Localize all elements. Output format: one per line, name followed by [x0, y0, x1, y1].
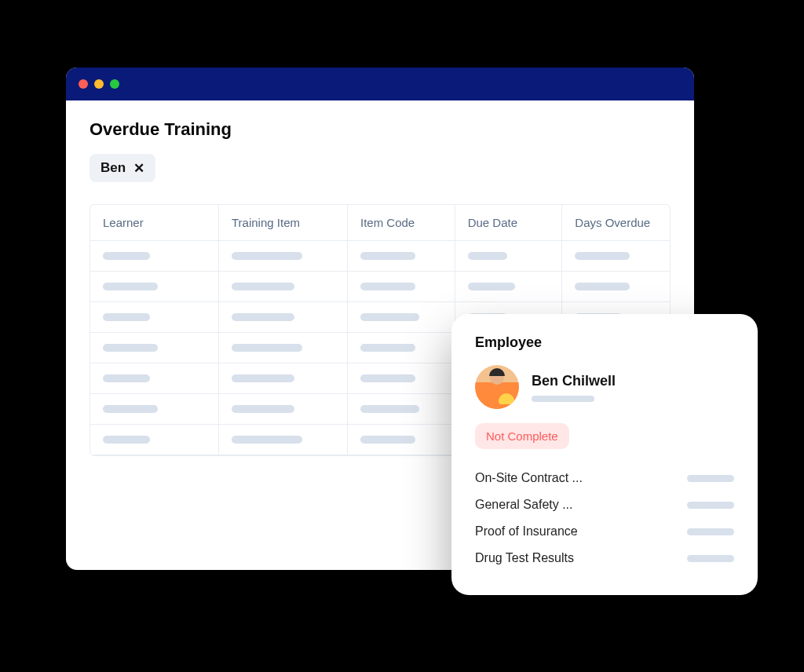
- table-row[interactable]: [90, 272, 670, 302]
- placeholder: [103, 313, 150, 321]
- maximize-window-button[interactable]: [110, 79, 119, 89]
- requirement-label: Drug Test Results: [475, 551, 574, 565]
- requirement-item[interactable]: On-Site Contract ...: [475, 465, 734, 491]
- column-header-due-date[interactable]: Due Date: [455, 205, 563, 241]
- table-cell: [90, 241, 219, 272]
- table-cell: [219, 363, 348, 394]
- minimize-window-button[interactable]: [94, 79, 104, 89]
- placeholder: [575, 283, 630, 290]
- table-cell: [219, 272, 348, 302]
- placeholder: [232, 344, 302, 352]
- placeholder: [360, 283, 415, 290]
- table-cell: [219, 394, 348, 425]
- placeholder: [232, 374, 294, 382]
- placeholder: [103, 405, 158, 413]
- placeholder: [468, 283, 515, 290]
- placeholder: [360, 252, 415, 260]
- table-cell: [348, 333, 455, 363]
- employee-summary: Ben Chilwell: [475, 365, 734, 409]
- table-cell: [90, 272, 219, 302]
- placeholder: [360, 374, 415, 382]
- table-row[interactable]: [90, 241, 670, 272]
- placeholder: [232, 436, 302, 444]
- window-titlebar: [66, 68, 694, 100]
- table-cell: [562, 272, 670, 302]
- placeholder: [360, 405, 419, 413]
- placeholder: [103, 374, 150, 382]
- table-cell: [90, 425, 219, 455]
- requirement-label: On-Site Contract ...: [475, 471, 583, 485]
- placeholder: [575, 252, 630, 260]
- status-badge: Not Complete: [475, 423, 569, 449]
- requirement-item[interactable]: Drug Test Results: [475, 545, 734, 572]
- placeholder: [232, 283, 294, 290]
- employee-subtitle-placeholder: [532, 396, 594, 402]
- placeholder: [687, 502, 734, 509]
- table-cell: [348, 272, 455, 302]
- placeholder: [103, 344, 158, 352]
- page-title: Overdue Training: [90, 119, 671, 140]
- close-icon[interactable]: ✕: [133, 162, 144, 175]
- placeholder: [232, 405, 294, 413]
- table-cell: [90, 302, 219, 333]
- placeholder: [687, 555, 734, 562]
- requirement-item[interactable]: General Safety ...: [475, 491, 734, 518]
- table-cell: [348, 425, 455, 455]
- placeholder: [468, 252, 507, 260]
- table-cell: [348, 302, 455, 333]
- table-cell: [562, 241, 670, 272]
- placeholder: [103, 283, 158, 290]
- table-cell: [219, 425, 348, 455]
- employee-popover: Employee Ben Chilwell Not Complete On-Si…: [451, 314, 758, 595]
- filter-chip-label: Ben: [100, 160, 126, 176]
- table-cell: [219, 333, 348, 363]
- table-cell: [219, 302, 348, 333]
- placeholder: [687, 528, 734, 535]
- placeholder: [687, 475, 734, 482]
- table-cell: [90, 333, 219, 363]
- column-header-days-overdue[interactable]: Days Overdue: [562, 205, 670, 241]
- table-cell: [348, 241, 455, 272]
- requirement-label: General Safety ...: [475, 498, 573, 512]
- requirement-label: Proof of Insurance: [475, 524, 578, 539]
- column-header-item-code[interactable]: Item Code: [348, 205, 455, 241]
- table-cell: [90, 394, 219, 425]
- column-header-training-item[interactable]: Training Item: [219, 205, 348, 241]
- table-cell: [455, 272, 563, 302]
- placeholder: [360, 436, 415, 444]
- popover-heading: Employee: [475, 334, 734, 351]
- avatar: [475, 365, 519, 409]
- table-cell: [219, 241, 348, 272]
- placeholder: [360, 344, 415, 352]
- requirement-item[interactable]: Proof of Insurance: [475, 518, 734, 545]
- employee-name: Ben Chilwell: [532, 373, 616, 389]
- table-cell: [90, 363, 219, 394]
- placeholder: [232, 252, 302, 260]
- close-window-button[interactable]: [79, 79, 88, 89]
- table-header-row: Learner Training Item Item Code Due Date…: [90, 205, 670, 241]
- placeholder: [103, 252, 150, 260]
- table-cell: [455, 241, 563, 272]
- placeholder: [103, 436, 150, 444]
- filter-chip[interactable]: Ben ✕: [90, 154, 155, 182]
- placeholder: [232, 313, 294, 321]
- table-cell: [348, 394, 455, 425]
- column-header-learner[interactable]: Learner: [90, 205, 219, 241]
- table-cell: [348, 363, 455, 394]
- placeholder: [360, 313, 419, 321]
